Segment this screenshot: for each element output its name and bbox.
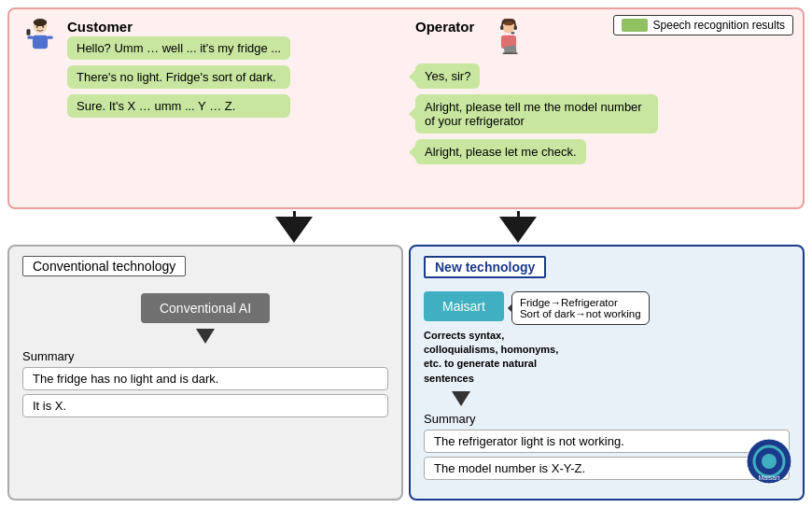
right-big-arrow bbox=[499, 217, 537, 243]
maisart-box-wrapper: Maisart bbox=[424, 291, 504, 321]
main-container: Speech recognition results bbox=[0, 0, 812, 508]
conventional-ai-row: Conventional AI bbox=[22, 293, 388, 323]
conventional-down-arrow bbox=[196, 329, 215, 344]
customer-bubbles: Hello? Umm … well ... it's my fridge ...… bbox=[67, 36, 290, 118]
conventional-summary-0: The fridge has no light and is dark. bbox=[22, 367, 388, 390]
conventional-panel: Conventional technology Conventional AI … bbox=[7, 245, 403, 501]
conventional-ai-box: Conventional AI bbox=[141, 293, 270, 323]
operator-col: Operator bbox=[406, 19, 791, 198]
left-big-arrow bbox=[275, 217, 313, 243]
svg-text:Maisart: Maisart bbox=[759, 474, 780, 481]
new-summary-0: The refrigerator light is not working. bbox=[424, 430, 790, 453]
new-panel: New technology Maisart Fridge→Refrigerat… bbox=[409, 245, 805, 501]
customer-bubble-2: Sure. It's X … umm ... Y … Z. bbox=[67, 94, 290, 118]
operator-row-1: Alright, please tell me the model number… bbox=[415, 94, 791, 134]
new-tech-title: New technology bbox=[424, 256, 546, 278]
speech-recognition-legend: Speech recognition results bbox=[613, 15, 793, 35]
svg-point-1 bbox=[34, 19, 48, 26]
maisart-box: Maisart bbox=[424, 291, 504, 321]
connector-arrows-row bbox=[7, 211, 805, 243]
operator-bubble-2: Alright, please let me check. bbox=[415, 139, 586, 164]
svg-rect-11 bbox=[514, 25, 517, 30]
new-down-arrow-wrapper bbox=[452, 391, 470, 406]
new-summary-1: The model number is X-Y-Z. bbox=[424, 457, 790, 480]
left-arrow-connector bbox=[275, 211, 313, 243]
svg-point-7 bbox=[42, 26, 44, 28]
customer-header: Customer Hello? Umm … well ... it's my f… bbox=[21, 19, 406, 118]
operator-bubble-1: Alright, please tell me the model number… bbox=[415, 94, 658, 134]
customer-avatar bbox=[21, 19, 60, 58]
operator-row-0: Yes, sir? bbox=[415, 64, 791, 89]
new-down-arrow-row bbox=[424, 391, 790, 406]
new-summary-label: Summary bbox=[424, 412, 790, 426]
svg-rect-12 bbox=[511, 33, 515, 35]
customer-title: Customer bbox=[67, 19, 290, 35]
new-down-arrow bbox=[452, 391, 470, 406]
right-arrow-connector bbox=[499, 211, 537, 243]
svg-rect-5 bbox=[26, 29, 30, 35]
svg-rect-10 bbox=[500, 25, 503, 30]
correction-line-1: Sort of dark→not working bbox=[520, 308, 641, 319]
conventional-down-arrow-row bbox=[22, 329, 388, 344]
svg-rect-2 bbox=[33, 35, 48, 49]
correction-line-0: Fridge→Refrigerator bbox=[520, 297, 641, 308]
new-panel-top: Maisart Fridge→Refrigerator Sort of dark… bbox=[424, 291, 790, 325]
svg-rect-4 bbox=[47, 36, 52, 39]
operator-bubble-0: Yes, sir? bbox=[415, 64, 480, 89]
conventional-summary-1: It is X. bbox=[22, 394, 388, 417]
operator-avatar bbox=[489, 19, 528, 58]
conventional-summary-label: Summary bbox=[22, 349, 388, 363]
operator-bubbles: Yes, sir? Alright, please tell me the mo… bbox=[415, 64, 791, 164]
svg-rect-3 bbox=[27, 36, 33, 39]
maisart-logo-area: Maisart bbox=[745, 437, 793, 489]
operator-row-2: Alright, please let me check. bbox=[415, 139, 791, 164]
top-section: Speech recognition results bbox=[7, 7, 805, 209]
svg-point-6 bbox=[36, 26, 38, 28]
correction-note: Corrects syntax, colloquialisms, homonym… bbox=[424, 329, 573, 387]
bottom-section: Conventional technology Conventional AI … bbox=[7, 245, 805, 501]
legend-label: Speech recognition results bbox=[653, 19, 785, 32]
svg-rect-15 bbox=[503, 52, 518, 54]
customer-bubble-1: There's no light. Fridge's sort of dark. bbox=[67, 65, 290, 89]
svg-point-18 bbox=[762, 454, 777, 469]
operator-title: Operator bbox=[415, 19, 474, 35]
conventional-title: Conventional technology bbox=[22, 256, 186, 276]
correction-bubble: Fridge→Refrigerator Sort of dark→not wor… bbox=[511, 291, 650, 325]
maisart-logo: Maisart bbox=[745, 437, 793, 486]
legend-color-box bbox=[622, 19, 648, 32]
customer-bubble-0: Hello? Umm … well ... it's my fridge ... bbox=[67, 36, 290, 60]
customer-col: Customer Hello? Umm … well ... it's my f… bbox=[21, 19, 406, 198]
